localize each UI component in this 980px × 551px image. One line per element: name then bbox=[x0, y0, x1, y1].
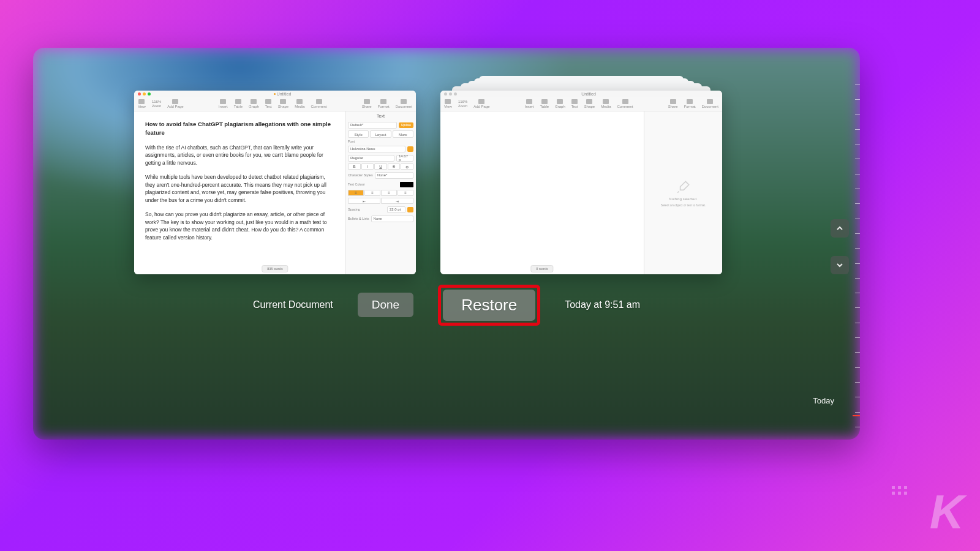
minimize-icon bbox=[449, 92, 452, 96]
align-right-button[interactable]: ≡ bbox=[381, 190, 397, 196]
close-icon bbox=[444, 92, 447, 96]
word-count-badge[interactable]: 0 words bbox=[530, 265, 553, 272]
document-paragraph: So, how can you prove you didn't plagiar… bbox=[145, 211, 334, 242]
paragraph-style-select[interactable]: Default* bbox=[348, 122, 397, 129]
done-button[interactable]: Done bbox=[358, 293, 413, 317]
more-tab[interactable]: More bbox=[393, 130, 413, 138]
window-title: Untitled bbox=[153, 92, 412, 96]
timeline-nav bbox=[831, 219, 849, 274]
zoom-control[interactable]: 116%Zoom bbox=[152, 100, 161, 108]
version-document-window: Untitled View 116%Zoom Add Page Insert T… bbox=[440, 91, 722, 274]
window-titlebar: Untitled bbox=[440, 91, 722, 97]
toolbar: View 116%Zoom Add Page Insert Table Grap… bbox=[440, 97, 722, 111]
version-controls: Current Document Done Restore Today at 9… bbox=[33, 290, 860, 320]
spacing-field[interactable]: 22.0 pt bbox=[387, 206, 405, 213]
char-styles-select[interactable]: None* bbox=[375, 172, 413, 179]
document-body-empty[interactable]: 0 words bbox=[440, 111, 644, 274]
font-label: Font bbox=[348, 140, 413, 143]
style-tab[interactable]: Style bbox=[348, 130, 369, 138]
timeline-today-label: Today bbox=[813, 396, 834, 405]
bullets-select[interactable]: None bbox=[371, 216, 413, 222]
spacing-badge-icon bbox=[407, 207, 413, 212]
version-browser-frame: Untitled View 116%Zoom Add Page Insert T… bbox=[33, 48, 860, 440]
document-button[interactable]: Document bbox=[396, 99, 412, 108]
window-titlebar: Untitled bbox=[134, 91, 416, 97]
restore-highlight-annotation: Restore bbox=[438, 285, 540, 326]
document-heading: How to avoid false ChatGPT plagiarism al… bbox=[145, 120, 334, 138]
timeline-ruler[interactable] bbox=[853, 84, 860, 427]
comment-button[interactable]: Comment bbox=[617, 99, 633, 108]
zoom-icon bbox=[454, 92, 457, 96]
media-button[interactable]: Media bbox=[601, 99, 611, 108]
font-size-field[interactable]: 14.67 p bbox=[396, 155, 413, 162]
zoom-control[interactable]: 116%Zoom bbox=[458, 100, 467, 108]
share-button[interactable]: Share bbox=[362, 99, 372, 108]
font-family-select[interactable]: Helvetica Neue bbox=[348, 146, 405, 152]
view-button[interactable]: View bbox=[444, 99, 452, 108]
timeline-up-button[interactable] bbox=[831, 219, 849, 238]
current-document-label: Current Document bbox=[253, 299, 333, 310]
insert-button[interactable]: Insert bbox=[525, 99, 534, 108]
text-color-label: Text Colour bbox=[348, 182, 365, 186]
placeholder-title: Nothing selected. bbox=[669, 197, 697, 201]
close-icon[interactable] bbox=[138, 92, 141, 96]
format-button[interactable]: Format bbox=[378, 99, 390, 108]
word-count-badge[interactable]: 835 words bbox=[262, 265, 288, 272]
table-button[interactable]: Table bbox=[540, 99, 549, 108]
document-body[interactable]: How to avoid false ChatGPT plagiarism al… bbox=[134, 111, 345, 274]
spacing-label: Spacing bbox=[348, 208, 360, 211]
strike-button[interactable]: S bbox=[388, 163, 401, 170]
version-timestamp: Today at 9:51 am bbox=[565, 299, 640, 310]
add-page-button[interactable]: Add Page bbox=[167, 99, 183, 108]
font-badge-icon bbox=[407, 146, 413, 152]
bold-button[interactable]: B bbox=[348, 163, 361, 170]
text-button[interactable]: Text bbox=[571, 99, 578, 108]
document-paragraph: While multiple tools have been developed… bbox=[145, 173, 334, 204]
paintbrush-icon bbox=[676, 179, 692, 195]
timeline-down-button[interactable] bbox=[831, 256, 849, 274]
placeholder-subtitle: Select an object or text to format. bbox=[661, 203, 706, 207]
shape-button[interactable]: Shape bbox=[278, 99, 288, 108]
indent-button[interactable]: ⇥ bbox=[381, 198, 413, 204]
format-inspector: Text Default* Update Style Layout More F… bbox=[345, 111, 416, 274]
watermark-logo: K bbox=[930, 484, 962, 540]
zoom-icon[interactable] bbox=[148, 92, 151, 96]
media-button[interactable]: Media bbox=[295, 99, 304, 108]
bullets-label: Bullets & Lists bbox=[348, 217, 369, 220]
graph-button[interactable]: Graph bbox=[249, 99, 259, 108]
restore-button[interactable]: Restore bbox=[443, 290, 535, 321]
timeline-current-marker bbox=[853, 415, 860, 416]
align-left-button[interactable]: ≡ bbox=[348, 190, 364, 196]
format-inspector-empty: Nothing selected. Select an object or te… bbox=[644, 111, 722, 274]
minimize-icon[interactable] bbox=[143, 92, 146, 96]
window-title: Untitled bbox=[459, 92, 718, 96]
share-button[interactable]: Share bbox=[668, 99, 678, 108]
table-button[interactable]: Table bbox=[234, 99, 243, 108]
current-document-window: Untitled View 116%Zoom Add Page Insert T… bbox=[134, 91, 416, 274]
text-button[interactable]: Text bbox=[265, 99, 272, 108]
shape-button[interactable]: Shape bbox=[584, 99, 595, 108]
outdent-button[interactable]: ⇤ bbox=[348, 198, 380, 204]
chevron-down-icon bbox=[836, 261, 843, 269]
font-style-select[interactable]: Regular bbox=[348, 155, 394, 162]
align-center-button[interactable]: ≡ bbox=[364, 190, 380, 196]
underline-button[interactable]: U bbox=[374, 163, 387, 170]
text-color-swatch[interactable] bbox=[400, 182, 413, 187]
italic-button[interactable]: I bbox=[361, 163, 374, 170]
layout-tab[interactable]: Layout bbox=[370, 130, 391, 138]
chevron-up-icon bbox=[836, 225, 843, 232]
view-button[interactable]: View bbox=[138, 99, 146, 108]
add-page-button[interactable]: Add Page bbox=[473, 99, 489, 108]
watermark-dots-icon bbox=[892, 486, 908, 495]
char-styles-label: Character Styles bbox=[348, 173, 373, 177]
comment-button[interactable]: Comment bbox=[311, 99, 327, 108]
format-button[interactable]: Format bbox=[684, 99, 696, 108]
style-options-button[interactable]: ⚙ bbox=[401, 163, 413, 170]
document-button[interactable]: Document bbox=[702, 99, 718, 108]
document-paragraph: With the rise of AI chatbots, such as Ch… bbox=[145, 144, 334, 167]
insert-button[interactable]: Insert bbox=[219, 99, 228, 108]
align-justify-button[interactable]: ≡ bbox=[398, 190, 413, 196]
graph-button[interactable]: Graph bbox=[555, 99, 565, 108]
inspector-header: Text bbox=[348, 114, 413, 118]
update-style-button[interactable]: Update bbox=[399, 122, 413, 128]
